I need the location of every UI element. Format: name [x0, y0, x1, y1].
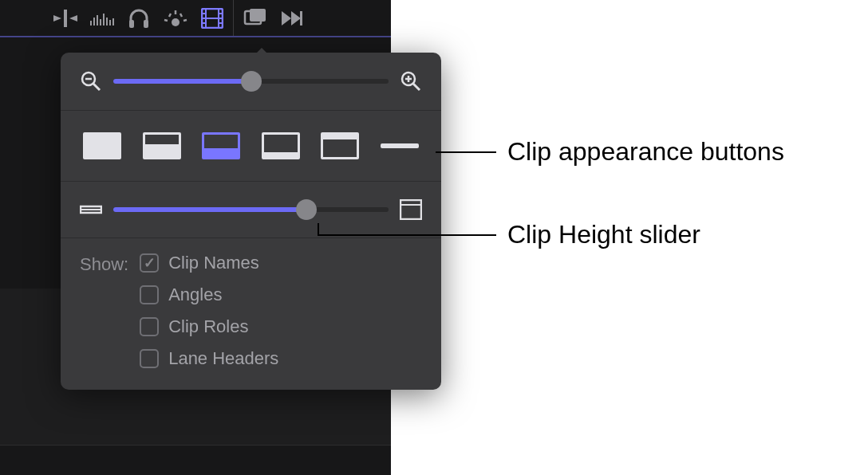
svg-rect-25	[250, 9, 266, 22]
skimming-icon[interactable]	[85, 0, 120, 36]
snapping-icon[interactable]	[48, 0, 83, 36]
app-background: Show: Clip Names Angles Clip Roles Lane …	[0, 0, 391, 475]
zoom-slider[interactable]	[113, 79, 389, 84]
svg-point-13	[172, 18, 180, 26]
headphones-icon[interactable]	[121, 0, 156, 36]
checkbox-icon	[140, 253, 159, 273]
svg-marker-26	[282, 11, 291, 26]
checkbox-label: Angles	[168, 285, 222, 305]
svg-line-30	[93, 84, 100, 90]
clip-appearance-popover: Show: Clip Names Angles Clip Roles Lane …	[61, 53, 441, 390]
svg-rect-5	[97, 15, 98, 26]
clip-appearance-line[interactable]	[377, 130, 422, 162]
zoom-out-button[interactable]	[80, 70, 102, 92]
clip-appearance-medium-bottom[interactable]	[199, 130, 243, 162]
svg-rect-38	[400, 200, 421, 219]
clip-appearance-full[interactable]	[80, 130, 124, 162]
callout-leader	[319, 234, 496, 236]
checkbox-label: Clip Names	[168, 253, 259, 273]
show-lane-headers-checkbox[interactable]: Lane Headers	[140, 348, 278, 369]
svg-rect-11	[129, 20, 134, 28]
clip-height-max-icon	[400, 199, 422, 220]
effects-icon[interactable]	[158, 0, 193, 36]
clip-height-min-icon	[80, 203, 102, 216]
show-angles-checkbox[interactable]: Angles	[140, 285, 278, 305]
timeline-divider	[0, 445, 391, 446]
svg-rect-6	[100, 19, 101, 26]
clip-height-slider-thumb[interactable]	[296, 199, 317, 220]
svg-marker-1	[53, 15, 61, 22]
svg-rect-7	[103, 14, 105, 26]
checkbox-icon	[140, 317, 159, 336]
svg-rect-9	[109, 20, 111, 26]
callout-height-label: Clip Height slider	[507, 220, 700, 249]
toolbar-divider	[233, 0, 234, 36]
svg-marker-2	[69, 15, 77, 22]
show-options-row: Show: Clip Names Angles Clip Roles Lane …	[61, 238, 441, 390]
svg-rect-3	[90, 21, 92, 26]
checkbox-icon	[140, 285, 159, 304]
checkbox-icon	[140, 349, 159, 368]
svg-line-33	[413, 84, 420, 90]
clip-height-slider[interactable]	[113, 207, 389, 212]
show-clip-roles-checkbox[interactable]: Clip Roles	[140, 316, 278, 337]
zoom-row	[61, 53, 441, 111]
callout-appearance-label: Clip appearance buttons	[507, 137, 784, 167]
callout-leader-vert	[318, 223, 319, 236]
svg-rect-8	[106, 18, 108, 26]
show-clip-names-checkbox[interactable]: Clip Names	[140, 253, 278, 273]
svg-rect-12	[144, 20, 148, 28]
clip-appearance-thin-bottom[interactable]	[258, 130, 303, 162]
loop-icon[interactable]	[274, 0, 309, 36]
multicam-icon[interactable]	[237, 0, 272, 36]
svg-rect-10	[112, 18, 114, 26]
clip-appearance-top-bar[interactable]	[318, 130, 362, 162]
checkbox-label: Lane Headers	[168, 348, 278, 369]
filmstrip-icon[interactable]	[195, 0, 230, 36]
svg-marker-27	[291, 11, 301, 26]
show-label: Show:	[80, 253, 128, 275]
svg-rect-28	[300, 11, 302, 26]
zoom-in-button[interactable]	[400, 70, 422, 92]
zoom-slider-thumb[interactable]	[241, 71, 262, 92]
svg-rect-0	[64, 10, 67, 27]
toolbar	[48, 0, 309, 36]
svg-rect-4	[93, 18, 95, 26]
clip-height-row	[61, 182, 441, 238]
callout-leader	[436, 151, 496, 153]
checkbox-label: Clip Roles	[168, 316, 248, 337]
clip-appearance-row	[61, 111, 441, 182]
clip-appearance-thick-bottom[interactable]	[140, 130, 184, 162]
